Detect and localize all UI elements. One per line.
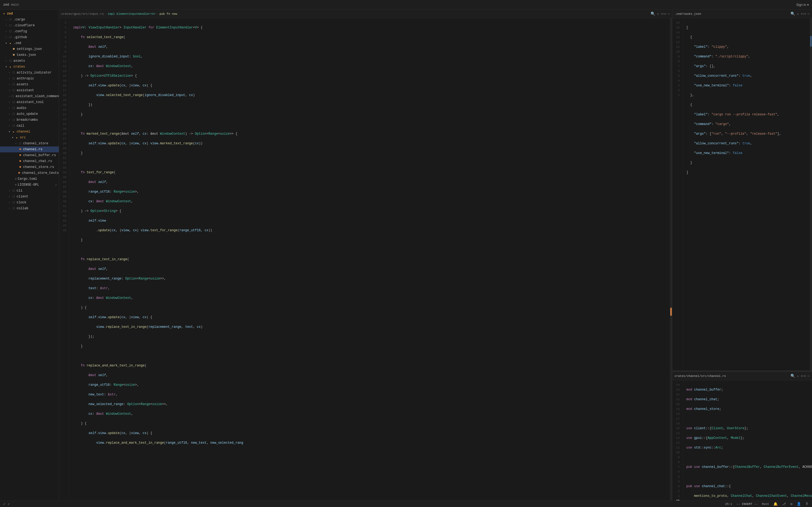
sidebar-item-src[interactable]: ▾ ▸ src: [0, 135, 59, 140]
sidebar-item-assistant-slash[interactable]: › □ assistant_slash_command: [0, 93, 59, 99]
sidebar-item-collab[interactable]: › □ collab: [0, 206, 59, 211]
left-editor-actions: 🔍 ✦ ⟺ ⋯: [651, 11, 670, 16]
right-bottom-code-editor[interactable]: 2423222120 1918171615 1413121110 98765 4…: [672, 380, 812, 501]
sidebar-item-breadcrumbs[interactable]: › □ breadcrumbs: [0, 117, 59, 123]
search-button-rb[interactable]: 🔍: [791, 374, 795, 378]
chevron-icon: ›: [5, 30, 8, 33]
folder-open-icon: ▸: [12, 130, 15, 133]
sidebar-item-label: activity_indicator: [17, 71, 52, 74]
sidebar-item-assets[interactable]: › □ assets: [0, 58, 59, 64]
folder-icon: □: [11, 95, 14, 98]
chevron-icon: ›: [5, 60, 8, 62]
left-code-editor[interactable]: 34567 89101112 1314151617 1819202122 232…: [59, 18, 672, 501]
split-button-rb[interactable]: ⟺: [801, 374, 806, 378]
file-tree-sidebar: ▾ zed › □ .cargo › □ .cloudflare › □ .co…: [0, 10, 59, 501]
sidebar-item-assistant-tool[interactable]: › □ assistant_tool: [0, 99, 59, 105]
right-top-scrollbar[interactable]: [810, 18, 812, 371]
folder-icon: □: [12, 118, 15, 122]
sidebar-item-call[interactable]: › □ call: [0, 123, 59, 129]
sidebar-item-client[interactable]: › □ client: [0, 194, 59, 200]
file-json-icon: ■: [12, 53, 15, 57]
split-button-rt[interactable]: ⟺: [801, 11, 806, 16]
chevron-icon: ▾: [5, 42, 8, 45]
sidebar-item-cli[interactable]: › □ cli: [0, 188, 59, 194]
sidebar-item-auto-update[interactable]: › □ auto_update: [0, 111, 59, 117]
sidebar-item-channel-store-tests[interactable]: › ■ channel_store_tests...: [0, 170, 59, 176]
search-button[interactable]: 🔍: [651, 11, 655, 16]
sidebar-item-config[interactable]: › □ .config: [0, 29, 59, 34]
notifications-icon[interactable]: 🔔: [773, 502, 778, 506]
sidebar-item-label: LICENSE-GPL: [18, 183, 39, 187]
sidebar-item-channel-store-rs[interactable]: › ■ channel_store.rs: [0, 164, 59, 170]
sidebar-item-audio[interactable]: › □ audio: [0, 105, 59, 111]
right-bottom-code-lines: mod channel_buffer; mod channel_chat; mo…: [683, 380, 812, 501]
sidebar-item-channel-rs[interactable]: › ■ channel.rs: [0, 147, 59, 152]
sidebar-item-channel[interactable]: ▾ ▸ channel: [0, 129, 59, 135]
sidebar-item-assistant[interactable]: › □ assistant: [0, 88, 59, 93]
sidebar-item-crates[interactable]: ▾ ▸ crates: [0, 64, 59, 70]
more-button-rt[interactable]: ⋯: [808, 11, 810, 16]
sidebar-item-anthropic[interactable]: › □ anthropic: [0, 76, 59, 81]
sidebar-item-zed-dot[interactable]: ▾ ▸ .zed: [0, 40, 59, 46]
sidebar-item-label: channel_store_tests...: [22, 171, 59, 175]
sidebar-item-label: src: [20, 136, 26, 139]
checkmark-icon[interactable]: ✓: [7, 502, 10, 506]
sidebar-item-label: auto_update: [17, 112, 38, 116]
chevron-icon: ›: [9, 95, 10, 98]
folder-icon: □: [18, 142, 22, 146]
right-bottom-panel: crates/channel/src/channel.rs 🔍 ✦ ⟺ ⋯ 24…: [672, 372, 812, 501]
chevron-icon: ›: [9, 119, 11, 121]
sidebar-item-github[interactable]: › □ .github: [0, 34, 59, 40]
breadcrumb-sep1: ›: [105, 12, 107, 15]
sidebar-item-label: channel_store.rs: [23, 165, 54, 169]
sidebar-root-zed[interactable]: ▾ zed: [0, 11, 59, 17]
assist-button[interactable]: ✦: [657, 11, 659, 16]
breadcrumb-sep2: ›: [157, 12, 158, 15]
sidebar-item-cloudflare[interactable]: › □ .cloudflare: [0, 22, 59, 29]
sign-in-button[interactable]: Sign in ▾: [796, 3, 809, 7]
more-button[interactable]: ⋯: [668, 11, 670, 16]
folder-icon: □: [9, 59, 12, 63]
sidebar-item-label: collab: [17, 207, 28, 210]
folder-icon: □: [12, 112, 15, 116]
sidebar-item-label: anthropic: [17, 77, 34, 80]
git-icon[interactable]: ⎇: [782, 502, 786, 506]
sidebar-item-channel-chat-rs[interactable]: › ■ channel_chat.rs: [0, 158, 59, 164]
collaboration-icon[interactable]: 👤: [797, 502, 801, 506]
status-bar-left: ✓ ✓: [3, 502, 10, 506]
sidebar-item-assets2[interactable]: › □ assets: [0, 81, 59, 88]
file-rs-icon: ■: [18, 165, 22, 169]
assist-button-rt[interactable]: ✦: [797, 11, 799, 16]
sidebar-item-license[interactable]: › ≡ LICENSE-GPL ↗: [0, 182, 59, 188]
diagnostics-icon[interactable]: ✓: [3, 502, 5, 506]
branch-name[interactable]: main: [11, 3, 19, 7]
chevron-icon: ›: [15, 142, 18, 145]
right-top-breadcrumb: .zed/tasks.json: [674, 12, 790, 15]
split-button[interactable]: ⟺: [661, 11, 666, 16]
right-bottom-actions: 🔍 ✦ ⟺ ⋯: [791, 374, 810, 378]
microphone-icon[interactable]: 🎙: [805, 502, 809, 506]
sidebar-item-settings-json[interactable]: › ■ settings.json: [0, 46, 59, 52]
settings-icon[interactable]: ⚙: [790, 502, 793, 506]
chevron-icon: ›: [9, 107, 11, 110]
project-name[interactable]: zed: [3, 3, 9, 7]
right-top-code-editor[interactable]: 1615141312 1110987 65432 1 [ { "label": …: [672, 18, 812, 371]
chevron-icon: ▾: [12, 136, 14, 139]
titlebar-left: zed main: [3, 3, 19, 7]
sidebar-item-activity-indicator[interactable]: › □ activity_indicator: [0, 70, 59, 76]
sidebar-item-cargo[interactable]: › □ .cargo: [0, 17, 59, 22]
sidebar-item-channel-store-dir[interactable]: › □ channel_store: [0, 140, 59, 147]
folder-icon: □: [12, 207, 15, 210]
left-scrollbar[interactable]: [670, 18, 672, 501]
assist-button-rb[interactable]: ✦: [797, 374, 799, 378]
sidebar-item-tasks-json[interactable]: › ■ tasks.json: [0, 52, 59, 58]
more-button-rb[interactable]: ⋯: [808, 374, 810, 378]
chevron-icon: ▾: [9, 130, 11, 133]
search-button-rt[interactable]: 🔍: [791, 11, 795, 16]
language-indicator[interactable]: Rust: [762, 502, 769, 506]
toml-icon: ≡: [15, 178, 17, 180]
sidebar-item-clock[interactable]: › □ clock: [0, 200, 59, 206]
sidebar-item-cargo-toml[interactable]: › ≡ Cargo.toml: [0, 176, 59, 182]
sidebar-item-channel-buffer-rs[interactable]: › ■ channel_buffer.rs: [0, 152, 59, 158]
chevron-icon: ▾: [5, 65, 8, 68]
